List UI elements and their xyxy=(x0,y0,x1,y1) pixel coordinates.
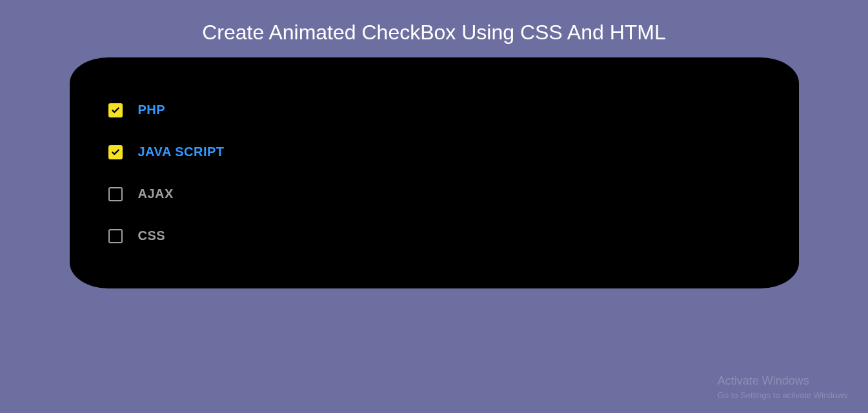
checkbox-row-javascript: JAVA SCRIPT xyxy=(108,145,760,159)
watermark-sub: Go to Settings to activate Windows. xyxy=(718,390,850,400)
checkbox-label-javascript[interactable]: JAVA SCRIPT xyxy=(138,145,225,159)
windows-activation-watermark: Activate Windows Go to Settings to activ… xyxy=(718,374,850,400)
checkbox-label-ajax[interactable]: AJAX xyxy=(138,186,174,201)
checkbox-row-css: CSS xyxy=(108,228,760,243)
checkbox-label-css[interactable]: CSS xyxy=(138,228,166,243)
watermark-title: Activate Windows xyxy=(718,374,850,388)
check-icon xyxy=(111,106,120,115)
checkbox-javascript[interactable] xyxy=(108,145,123,159)
checkbox-ajax[interactable] xyxy=(108,187,123,201)
checkbox-row-ajax: AJAX xyxy=(108,186,760,201)
check-icon xyxy=(111,148,120,157)
page-title: Create Animated CheckBox Using CSS And H… xyxy=(0,0,868,57)
checkbox-php[interactable] xyxy=(108,103,123,117)
checkbox-row-php: PHP xyxy=(108,103,760,117)
checkbox-list: PHP JAVA SCRIPT AJAX CSS xyxy=(108,103,760,243)
checkbox-label-php[interactable]: PHP xyxy=(138,103,166,117)
checkbox-card: PHP JAVA SCRIPT AJAX CSS xyxy=(70,57,799,288)
checkbox-css[interactable] xyxy=(108,229,123,243)
